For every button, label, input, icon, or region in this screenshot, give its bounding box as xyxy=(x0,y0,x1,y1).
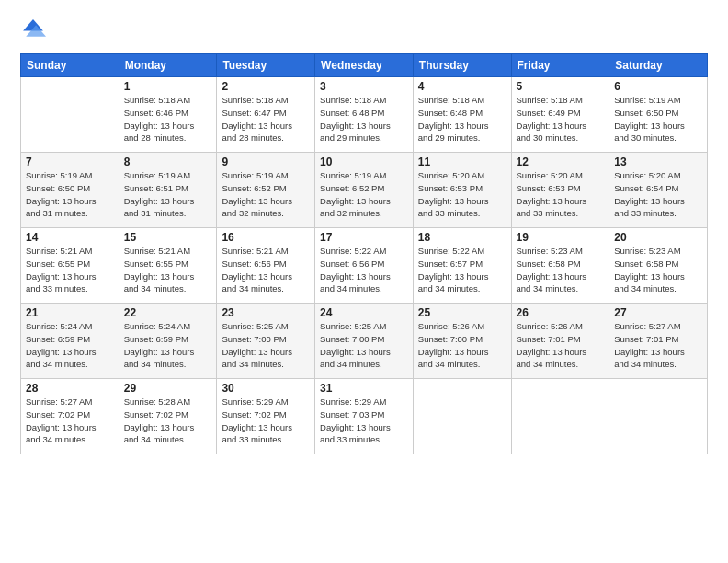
page: SundayMondayTuesdayWednesdayThursdayFrid… xyxy=(0,0,728,563)
calendar-table: SundayMondayTuesdayWednesdayThursdayFrid… xyxy=(20,53,708,454)
day-number: 9 xyxy=(222,155,310,168)
day-info: Sunrise: 5:21 AMSunset: 6:56 PMDaylight:… xyxy=(222,245,310,295)
day-info: Sunrise: 5:23 AMSunset: 6:58 PMDaylight:… xyxy=(614,245,702,295)
day-number: 8 xyxy=(124,155,212,168)
calendar-cell xyxy=(511,379,609,454)
week-row-2: 7Sunrise: 5:19 AMSunset: 6:50 PMDaylight… xyxy=(21,153,708,228)
day-number: 21 xyxy=(26,306,114,319)
day-number: 3 xyxy=(320,80,408,93)
day-number: 30 xyxy=(222,382,310,395)
calendar-cell: 18Sunrise: 5:22 AMSunset: 6:57 PMDayligh… xyxy=(413,228,511,304)
week-row-3: 14Sunrise: 5:21 AMSunset: 6:55 PMDayligh… xyxy=(21,228,708,304)
calendar-cell: 11Sunrise: 5:20 AMSunset: 6:53 PMDayligh… xyxy=(413,153,511,228)
weekday-header-monday: Monday xyxy=(119,54,217,77)
weekday-header-saturday: Saturday xyxy=(609,54,708,77)
day-info: Sunrise: 5:20 AMSunset: 6:53 PMDaylight:… xyxy=(418,169,506,220)
day-info: Sunrise: 5:23 AMSunset: 6:58 PMDaylight:… xyxy=(517,245,605,295)
day-number: 22 xyxy=(124,306,212,319)
day-info: Sunrise: 5:22 AMSunset: 6:57 PMDaylight:… xyxy=(418,245,506,295)
calendar-cell: 10Sunrise: 5:19 AMSunset: 6:52 PMDayligh… xyxy=(315,153,414,228)
day-number: 4 xyxy=(418,80,506,93)
calendar-cell: 21Sunrise: 5:24 AMSunset: 6:59 PMDayligh… xyxy=(21,304,119,379)
day-number: 2 xyxy=(222,80,310,93)
day-info: Sunrise: 5:26 AMSunset: 7:00 PMDaylight:… xyxy=(418,320,506,371)
calendar-cell xyxy=(413,379,511,454)
calendar-cell: 2Sunrise: 5:18 AMSunset: 6:47 PMDaylight… xyxy=(217,77,315,153)
day-number: 31 xyxy=(320,382,408,395)
day-info: Sunrise: 5:19 AMSunset: 6:51 PMDaylight:… xyxy=(124,169,212,220)
calendar-cell: 16Sunrise: 5:21 AMSunset: 6:56 PMDayligh… xyxy=(217,228,315,304)
day-number: 19 xyxy=(517,231,605,244)
day-number: 27 xyxy=(614,306,702,319)
week-row-4: 21Sunrise: 5:24 AMSunset: 6:59 PMDayligh… xyxy=(21,304,708,379)
day-info: Sunrise: 5:21 AMSunset: 6:55 PMDaylight:… xyxy=(26,245,114,295)
day-info: Sunrise: 5:20 AMSunset: 6:54 PMDaylight:… xyxy=(614,169,702,220)
day-number: 28 xyxy=(26,382,114,395)
day-info: Sunrise: 5:27 AMSunset: 7:01 PMDaylight:… xyxy=(614,320,702,371)
calendar-cell xyxy=(609,379,708,454)
day-number: 5 xyxy=(517,80,605,93)
calendar-cell: 29Sunrise: 5:28 AMSunset: 7:02 PMDayligh… xyxy=(119,379,217,454)
logo xyxy=(20,17,50,42)
day-number: 24 xyxy=(320,306,408,319)
logo-icon xyxy=(20,17,46,42)
day-info: Sunrise: 5:28 AMSunset: 7:02 PMDaylight:… xyxy=(124,396,212,446)
day-number: 13 xyxy=(614,155,702,168)
calendar-cell: 15Sunrise: 5:21 AMSunset: 6:55 PMDayligh… xyxy=(119,228,217,304)
day-number: 29 xyxy=(124,382,212,395)
day-info: Sunrise: 5:20 AMSunset: 6:53 PMDaylight:… xyxy=(517,169,605,220)
weekday-header-thursday: Thursday xyxy=(413,54,511,77)
calendar-cell: 24Sunrise: 5:25 AMSunset: 7:00 PMDayligh… xyxy=(315,304,414,379)
day-number: 18 xyxy=(418,231,506,244)
calendar-cell: 3Sunrise: 5:18 AMSunset: 6:48 PMDaylight… xyxy=(315,77,414,153)
calendar-cell xyxy=(21,77,119,153)
day-info: Sunrise: 5:21 AMSunset: 6:55 PMDaylight:… xyxy=(124,245,212,295)
day-number: 6 xyxy=(614,80,702,93)
day-info: Sunrise: 5:19 AMSunset: 6:52 PMDaylight:… xyxy=(222,169,310,220)
calendar-cell: 31Sunrise: 5:29 AMSunset: 7:03 PMDayligh… xyxy=(315,379,414,454)
day-info: Sunrise: 5:18 AMSunset: 6:48 PMDaylight:… xyxy=(320,94,408,144)
week-row-1: 1Sunrise: 5:18 AMSunset: 6:46 PMDaylight… xyxy=(21,77,708,153)
weekday-header-wednesday: Wednesday xyxy=(315,54,414,77)
calendar-cell: 1Sunrise: 5:18 AMSunset: 6:46 PMDaylight… xyxy=(119,77,217,153)
day-number: 7 xyxy=(26,155,114,168)
calendar-cell: 14Sunrise: 5:21 AMSunset: 6:55 PMDayligh… xyxy=(21,228,119,304)
calendar-cell: 30Sunrise: 5:29 AMSunset: 7:02 PMDayligh… xyxy=(217,379,315,454)
header xyxy=(20,17,708,42)
calendar-cell: 27Sunrise: 5:27 AMSunset: 7:01 PMDayligh… xyxy=(609,304,708,379)
weekday-header-row: SundayMondayTuesdayWednesdayThursdayFrid… xyxy=(21,54,708,77)
calendar-cell: 25Sunrise: 5:26 AMSunset: 7:00 PMDayligh… xyxy=(413,304,511,379)
day-info: Sunrise: 5:19 AMSunset: 6:50 PMDaylight:… xyxy=(26,169,114,220)
calendar-cell: 22Sunrise: 5:24 AMSunset: 6:59 PMDayligh… xyxy=(119,304,217,379)
day-info: Sunrise: 5:24 AMSunset: 6:59 PMDaylight:… xyxy=(124,320,212,371)
day-number: 14 xyxy=(26,231,114,244)
day-number: 11 xyxy=(418,155,506,168)
day-number: 20 xyxy=(614,231,702,244)
calendar-cell: 4Sunrise: 5:18 AMSunset: 6:48 PMDaylight… xyxy=(413,77,511,153)
calendar-cell: 19Sunrise: 5:23 AMSunset: 6:58 PMDayligh… xyxy=(511,228,609,304)
day-number: 10 xyxy=(320,155,408,168)
calendar-cell: 26Sunrise: 5:26 AMSunset: 7:01 PMDayligh… xyxy=(511,304,609,379)
day-info: Sunrise: 5:19 AMSunset: 6:50 PMDaylight:… xyxy=(614,94,702,144)
day-number: 15 xyxy=(124,231,212,244)
calendar-cell: 12Sunrise: 5:20 AMSunset: 6:53 PMDayligh… xyxy=(511,153,609,228)
day-number: 23 xyxy=(222,306,310,319)
day-info: Sunrise: 5:29 AMSunset: 7:02 PMDaylight:… xyxy=(222,396,310,446)
week-row-5: 28Sunrise: 5:27 AMSunset: 7:02 PMDayligh… xyxy=(21,379,708,454)
day-number: 12 xyxy=(517,155,605,168)
calendar-cell: 28Sunrise: 5:27 AMSunset: 7:02 PMDayligh… xyxy=(21,379,119,454)
weekday-header-tuesday: Tuesday xyxy=(217,54,315,77)
weekday-header-sunday: Sunday xyxy=(21,54,119,77)
day-info: Sunrise: 5:18 AMSunset: 6:46 PMDaylight:… xyxy=(124,94,212,144)
day-info: Sunrise: 5:27 AMSunset: 7:02 PMDaylight:… xyxy=(26,396,114,446)
day-info: Sunrise: 5:26 AMSunset: 7:01 PMDaylight:… xyxy=(517,320,605,371)
day-info: Sunrise: 5:18 AMSunset: 6:48 PMDaylight:… xyxy=(418,94,506,144)
calendar-cell: 9Sunrise: 5:19 AMSunset: 6:52 PMDaylight… xyxy=(217,153,315,228)
calendar-cell: 23Sunrise: 5:25 AMSunset: 7:00 PMDayligh… xyxy=(217,304,315,379)
day-info: Sunrise: 5:25 AMSunset: 7:00 PMDaylight:… xyxy=(222,320,310,371)
calendar-cell: 6Sunrise: 5:19 AMSunset: 6:50 PMDaylight… xyxy=(609,77,708,153)
day-number: 1 xyxy=(124,80,212,93)
day-info: Sunrise: 5:18 AMSunset: 6:47 PMDaylight:… xyxy=(222,94,310,144)
day-info: Sunrise: 5:22 AMSunset: 6:56 PMDaylight:… xyxy=(320,245,408,295)
day-number: 26 xyxy=(517,306,605,319)
